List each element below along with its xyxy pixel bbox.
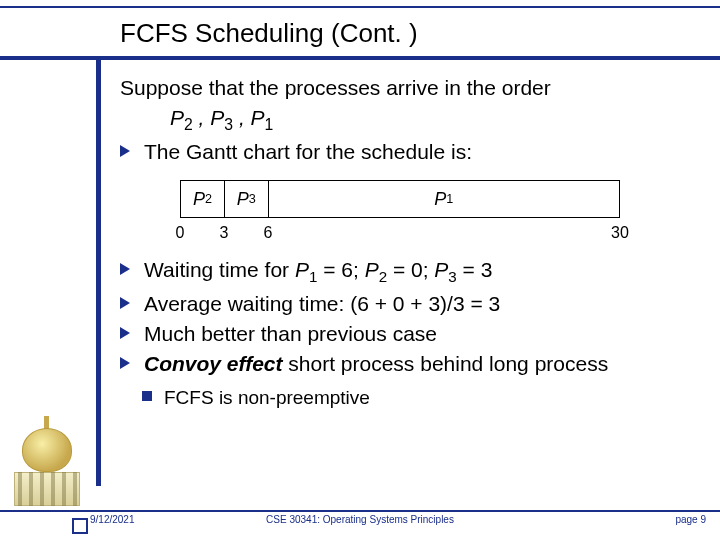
gantt-segment-sub: 2 bbox=[205, 191, 212, 208]
bullet-better: Much better than previous case bbox=[120, 320, 700, 348]
order-p1: P bbox=[251, 106, 265, 129]
dome-logo bbox=[8, 416, 86, 506]
gantt-bar: P2P3P1 bbox=[180, 180, 620, 218]
order-p2-sub: 2 bbox=[184, 117, 193, 134]
top-rule bbox=[0, 6, 720, 8]
order-p3: P bbox=[210, 106, 224, 129]
waiting-p3-eq: = 3 bbox=[457, 258, 493, 281]
waiting-p3-sub: 3 bbox=[448, 268, 456, 285]
bullet-waiting: Waiting time for P1 = 6; P2 = 0; P3 = 3 bbox=[120, 256, 700, 288]
footer-page: page 9 bbox=[675, 514, 706, 525]
gantt-ticks: 03630 bbox=[180, 222, 620, 246]
convoy-rest: short process behind long process bbox=[282, 352, 608, 375]
gantt-segment: P3 bbox=[225, 181, 269, 217]
footer-rule bbox=[0, 510, 720, 512]
bullet-gantt-intro: The Gantt chart for the schedule is: bbox=[120, 138, 700, 166]
waiting-prefix: Waiting time for bbox=[144, 258, 295, 281]
order-p1-sub: 1 bbox=[265, 117, 274, 134]
waiting-p2-eq: = 0; bbox=[387, 258, 434, 281]
waiting-p1: P bbox=[295, 258, 309, 281]
bullet-convoy: Convoy effect short process behind long … bbox=[120, 350, 700, 378]
slide-title: FCFS Scheduling (Cont. ) bbox=[120, 18, 700, 49]
order-sep2: , bbox=[233, 106, 251, 129]
sub-bullet-nonpreemptive: FCFS is non-preemptive bbox=[120, 385, 700, 411]
waiting-p3: P bbox=[434, 258, 448, 281]
bullet-avg: Average waiting time: (6 + 0 + 3)/3 = 3 bbox=[120, 290, 700, 318]
order-sep1: , bbox=[193, 106, 211, 129]
order-p3-sub: 3 bbox=[224, 117, 233, 134]
gantt-segment-label: P bbox=[193, 187, 205, 211]
gantt-segment-sub: 3 bbox=[249, 191, 256, 208]
process-order: P2 , P3 , P1 bbox=[120, 104, 700, 135]
gantt-segment-label: P bbox=[237, 187, 249, 211]
gantt-tick: 6 bbox=[264, 222, 273, 244]
slide: FCFS Scheduling (Cont. ) Suppose that th… bbox=[0, 0, 720, 540]
gantt-segment: P1 bbox=[269, 181, 619, 217]
gantt-tick: 3 bbox=[220, 222, 229, 244]
footer: 9/12/2021 CSE 30341: Operating Systems P… bbox=[0, 514, 720, 534]
title-underline bbox=[0, 56, 720, 60]
waiting-p2: P bbox=[365, 258, 379, 281]
waiting-p2-sub: 2 bbox=[379, 268, 387, 285]
left-vertical-bar bbox=[96, 56, 101, 486]
title-area: FCFS Scheduling (Cont. ) bbox=[120, 18, 700, 49]
gantt-segment: P2 bbox=[181, 181, 225, 217]
order-p2: P bbox=[170, 106, 184, 129]
gantt-segment-label: P bbox=[434, 187, 446, 211]
waiting-p1-eq: = 6; bbox=[317, 258, 364, 281]
gantt-tick: 30 bbox=[611, 222, 629, 244]
gantt-segment-sub: 1 bbox=[446, 191, 453, 208]
gantt-chart: P2P3P1 03630 bbox=[180, 180, 620, 246]
footer-course: CSE 30341: Operating Systems Principles bbox=[266, 514, 454, 525]
content-area: Suppose that the processes arrive in the… bbox=[120, 74, 700, 410]
intro-text: Suppose that the processes arrive in the… bbox=[120, 74, 700, 102]
convoy-bold: Convoy effect bbox=[144, 352, 282, 375]
gantt-tick: 0 bbox=[176, 222, 185, 244]
footer-date: 9/12/2021 bbox=[90, 514, 135, 525]
